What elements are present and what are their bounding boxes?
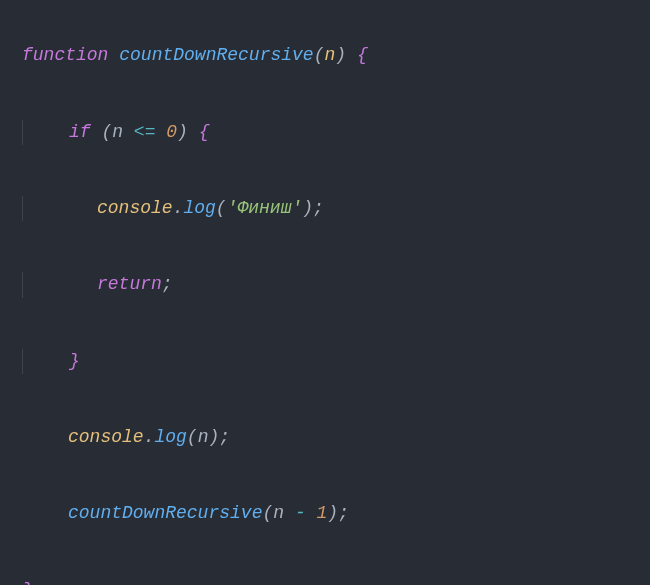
code-line-4: return; (22, 272, 628, 297)
function-name: countDownRecursive (119, 45, 313, 65)
console-object: console (97, 198, 173, 218)
number-one: 1 (317, 503, 328, 523)
string-finish: 'Финиш' (227, 198, 303, 218)
code-line-3: console.log('Финиш'); (22, 196, 628, 221)
param-n: n (324, 45, 335, 65)
console-object: console (68, 427, 144, 447)
keyword-return: return (97, 274, 162, 294)
code-line-1: function countDownRecursive(n) { (22, 43, 628, 68)
log-method: log (154, 427, 186, 447)
code-line-7: countDownRecursive(n - 1); (22, 501, 628, 526)
code-line-6: console.log(n); (22, 425, 628, 450)
log-method: log (183, 198, 215, 218)
code-block: function countDownRecursive(n) { if (n <… (22, 18, 628, 585)
recursive-call: countDownRecursive (68, 503, 262, 523)
code-line-5: } (22, 349, 628, 374)
code-line-8: } (22, 578, 628, 585)
operator-lte: <= (134, 122, 156, 142)
operator-minus: - (295, 503, 306, 523)
keyword-function: function (22, 45, 108, 65)
number-zero: 0 (166, 122, 177, 142)
code-line-2: if (n <= 0) { (22, 120, 628, 145)
keyword-if: if (69, 122, 91, 142)
